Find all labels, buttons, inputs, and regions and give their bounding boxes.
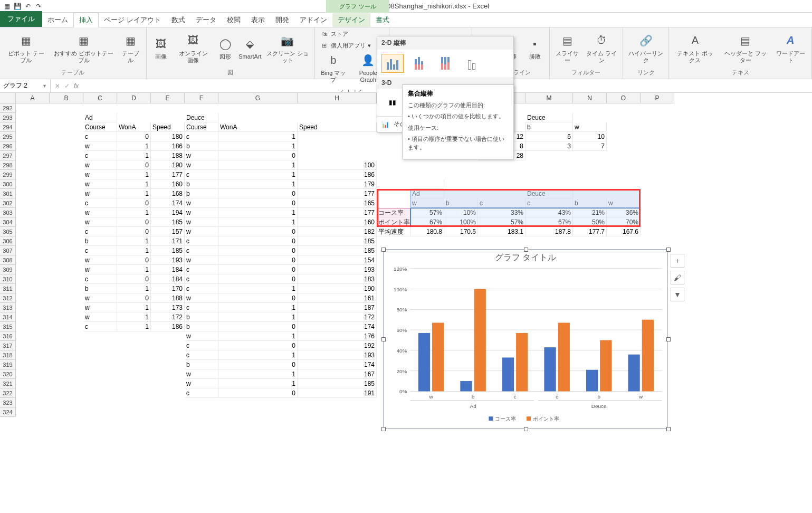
cell-E309[interactable]: 184 <box>151 265 185 274</box>
cell-H315[interactable]: 174 <box>298 322 377 331</box>
row-header-302[interactable]: 302 <box>0 198 16 208</box>
cell-G321[interactable]: 1 <box>218 379 298 388</box>
cell-K304[interactable]: 100% <box>444 217 478 227</box>
cell-M303[interactable]: 43% <box>526 208 573 217</box>
row-header-305[interactable]: 305 <box>0 227 16 236</box>
cell-F294[interactable]: Course <box>185 122 218 132</box>
cell-C308[interactable]: w <box>83 255 117 265</box>
cell-C310[interactable]: c <box>83 274 117 284</box>
cell-N295[interactable]: 10 <box>573 132 607 141</box>
cell-D303[interactable]: 1 <box>117 208 151 217</box>
cell-D302[interactable]: 0 <box>117 198 151 208</box>
row-header-323[interactable]: 323 <box>0 398 16 407</box>
cell-G300[interactable]: 1 <box>218 179 298 189</box>
cell-D313[interactable]: 1 <box>117 303 151 312</box>
row-header-293[interactable]: 293 <box>0 113 16 122</box>
row-header-298[interactable]: 298 <box>0 160 16 170</box>
tab-chart-format[interactable]: 書式 <box>370 13 395 27</box>
cell-G310[interactable]: 0 <box>218 274 298 284</box>
3d-clustered-column-option[interactable]: ▮▮ <box>381 93 404 112</box>
row-header-295[interactable]: 295 <box>0 132 16 141</box>
row-header-317[interactable]: 317 <box>0 341 16 350</box>
chart-elements-button[interactable]: + <box>671 254 684 268</box>
cell-G306[interactable]: 0 <box>218 236 298 246</box>
cell-K305[interactable]: 170.5 <box>444 227 478 236</box>
recommended-pivot-button[interactable]: ▦おすすめ ピボットテーブル <box>51 31 116 65</box>
cell-D310[interactable]: 0 <box>117 274 151 284</box>
cell-E298[interactable]: 190 <box>151 160 185 170</box>
undo-icon[interactable]: ↶ <box>23 2 33 11</box>
cell-D299[interactable]: 1 <box>117 170 151 179</box>
cell-C304[interactable]: w <box>83 217 117 227</box>
cell-E304[interactable]: 185 <box>151 217 185 227</box>
cell-C315[interactable]: c <box>83 322 117 331</box>
cell-G301[interactable]: 0 <box>218 189 298 198</box>
col-header-O[interactable]: O <box>607 93 641 103</box>
col-header-G[interactable]: G <box>218 93 298 103</box>
cell-D296[interactable]: 1 <box>117 141 151 151</box>
row-header-307[interactable]: 307 <box>0 246 16 255</box>
row-header-315[interactable]: 315 <box>0 322 16 331</box>
cell-I305[interactable]: 平均速度 <box>377 227 410 236</box>
tab-formulas[interactable]: 数式 <box>166 13 190 27</box>
cell-D308[interactable]: 0 <box>117 255 151 265</box>
cell-N296[interactable]: 7 <box>573 141 607 151</box>
cell-H319[interactable]: 174 <box>298 360 377 369</box>
cell-M305[interactable]: 187.8 <box>526 227 573 236</box>
tab-data[interactable]: データ <box>190 13 222 27</box>
cell-G317[interactable]: 0 <box>218 341 298 350</box>
cell-K302[interactable]: b <box>444 198 478 208</box>
cell-C307[interactable]: c <box>83 246 117 255</box>
cell-D306[interactable]: 1 <box>117 236 151 246</box>
cell-L303[interactable]: 33% <box>478 208 526 217</box>
cell-F303[interactable]: w <box>185 208 218 217</box>
textbox-button[interactable]: Aテキスト ボックス <box>672 31 718 65</box>
cell-H307[interactable]: 185 <box>298 246 377 255</box>
cell-J303[interactable]: 57% <box>410 208 444 217</box>
cell-C298[interactable]: w <box>83 160 117 170</box>
cell-F305[interactable]: w <box>185 227 218 236</box>
row-header-316[interactable]: 316 <box>0 331 16 341</box>
cell-C305[interactable]: c <box>83 227 117 236</box>
cancel-formula-icon[interactable]: ✕ <box>55 82 60 90</box>
row-header-314[interactable]: 314 <box>0 312 16 322</box>
cell-I304[interactable]: ポイント率 <box>377 217 410 227</box>
cell-L304[interactable]: 57% <box>478 217 526 227</box>
tab-addins[interactable]: アドイン <box>294 13 332 27</box>
cell-C293[interactable]: Ad <box>83 113 117 122</box>
sparkline-winloss-button[interactable]: ▪勝敗 <box>524 34 546 61</box>
cell-J300[interactable] <box>410 179 444 189</box>
cell-F298[interactable]: w <box>185 160 218 170</box>
cell-M301[interactable]: Deuce <box>526 189 573 198</box>
cell-E313[interactable]: 173 <box>151 303 185 312</box>
cell-G313[interactable]: 1 <box>218 303 298 312</box>
cell-G322[interactable]: 0 <box>218 388 298 398</box>
cell-E312[interactable]: 188 <box>151 293 185 303</box>
cell-F300[interactable]: b <box>185 179 218 189</box>
cell-G308[interactable]: 0 <box>218 255 298 265</box>
cell-C300[interactable]: w <box>83 179 117 189</box>
cell-C296[interactable]: w <box>83 141 117 151</box>
cell-G303[interactable]: 1 <box>218 208 298 217</box>
cell-G314[interactable]: 1 <box>218 312 298 322</box>
cell-H301[interactable]: 177 <box>298 189 377 198</box>
screenshot-button[interactable]: 📷スクリーン ショット <box>263 31 311 65</box>
store-button[interactable]: 🛍ストア <box>318 28 350 39</box>
col-header-N[interactable]: N <box>573 93 607 103</box>
col-header-C[interactable]: C <box>83 93 117 103</box>
row-header-313[interactable]: 313 <box>0 303 16 312</box>
smartart-button[interactable]: ⬙SmartArt <box>238 34 261 61</box>
row-header-297[interactable]: 297 <box>0 151 16 160</box>
cell-O303[interactable]: 36% <box>607 208 641 217</box>
cell-E305[interactable]: 157 <box>151 227 185 236</box>
chart-resize-handle[interactable] <box>666 248 671 252</box>
cell-H308[interactable]: 154 <box>298 255 377 265</box>
cell-H320[interactable]: 167 <box>298 369 377 379</box>
row-header-320[interactable]: 320 <box>0 369 16 379</box>
cell-G305[interactable]: 0 <box>218 227 298 236</box>
chart-resize-handle[interactable] <box>666 337 671 341</box>
cell-G312[interactable]: 0 <box>218 293 298 303</box>
pivot-table-button[interactable]: ▦ピボット テーブル <box>3 31 49 65</box>
col-header-P[interactable]: P <box>641 93 674 103</box>
cell-E299[interactable]: 177 <box>151 170 185 179</box>
